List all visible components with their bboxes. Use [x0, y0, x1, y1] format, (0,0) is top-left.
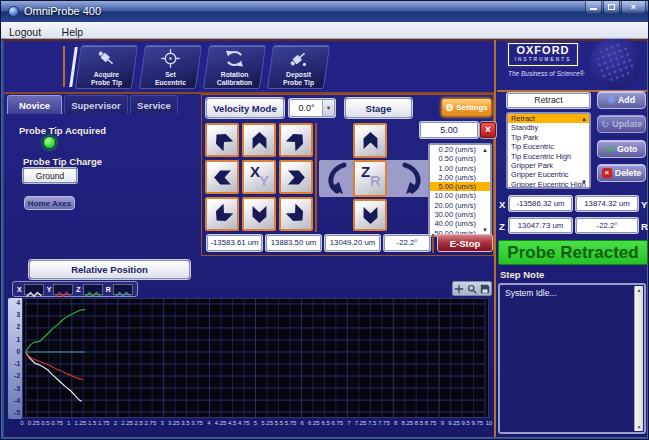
zr-center-button[interactable]: ZR	[353, 160, 387, 197]
speed-option[interactable]: 40.00 (um/s)	[430, 219, 490, 228]
axis-toggle-z[interactable]: Z	[76, 284, 102, 295]
jog-se-button[interactable]	[279, 197, 313, 231]
globe-logo	[590, 37, 642, 89]
rotation-icon	[224, 48, 245, 69]
jog-nw-button[interactable]	[205, 123, 239, 157]
menu-help[interactable]: Help	[54, 24, 92, 40]
acquire-probe-tip-button[interactable]: AcquireProbe Tip	[75, 45, 138, 89]
jog-n-button[interactable]	[242, 123, 276, 157]
probe-tip-charge-select[interactable]: Ground	[23, 168, 77, 183]
probe-tip-acquired-label: Probe Tip Acquired	[19, 125, 106, 136]
speed-option[interactable]: 10.00 (um/s)	[430, 191, 490, 200]
update-button[interactable]: ↻Update	[597, 115, 646, 133]
rotate-ccw-button[interactable]	[322, 163, 350, 194]
chart-toolbar	[452, 281, 492, 296]
relative-position-tab[interactable]: Relative Position	[29, 260, 190, 279]
speed-option[interactable]: 1.00 (um/s)	[430, 164, 490, 173]
speed-option[interactable]: 30.00 (um/s)	[430, 210, 490, 219]
positions-list: RetractStandbyTip ParkTip EucentricTip E…	[506, 112, 591, 189]
axis-toggle-x[interactable]: X	[17, 284, 44, 295]
xy-center-button[interactable]: XY	[242, 160, 276, 194]
jog-arrow-icon	[212, 204, 233, 225]
minimize-icon	[590, 8, 597, 10]
position-option[interactable]: Tip Park	[508, 133, 589, 142]
scroll-up-icon[interactable]: ▲	[581, 116, 587, 122]
close-button[interactable]: ×	[621, 1, 646, 14]
add-button[interactable]: +Add	[597, 91, 646, 109]
menu-logout[interactable]: Logout	[1, 24, 49, 40]
y-tick-label: -1	[14, 360, 20, 367]
tab-service[interactable]: Service	[130, 95, 178, 114]
position-option[interactable]: Retract	[508, 114, 589, 123]
jog-arrow-icon	[212, 130, 233, 151]
speed-option[interactable]: 0.50 (um/s)	[430, 154, 490, 163]
z-coordinate-field: 13047.73 um	[509, 218, 572, 233]
axis-toggle-y[interactable]: Y	[47, 284, 74, 295]
chevron-down-icon[interactable]: ▼	[322, 100, 334, 116]
xy-y-label: Y	[259, 172, 269, 189]
scroll-up-icon[interactable]: ▲	[482, 147, 488, 153]
speed-option[interactable]: 5.00 (um/s)	[430, 182, 490, 191]
estop-button[interactable]: E-Stop	[437, 234, 493, 252]
scroll-down-icon[interactable]: ▼	[635, 424, 643, 430]
velocity-mode-button[interactable]: Velocity Mode	[206, 98, 284, 118]
angle-select[interactable]: 0.0° ▼	[289, 99, 335, 117]
r-axis-label: R	[641, 221, 648, 232]
jog-arrow-icon	[360, 205, 381, 226]
home-axes-button[interactable]: Home Axes	[24, 196, 75, 210]
tab-supervisor[interactable]: Supervisor	[64, 95, 128, 114]
chart-save-icon[interactable]	[480, 284, 490, 294]
rotate-cw-button[interactable]	[399, 163, 427, 194]
y-tick-label: -2	[14, 372, 20, 379]
x-coordinate-field: -13586.32 um	[509, 196, 572, 211]
stage-button[interactable]: Stage	[345, 98, 412, 118]
maximize-button[interactable]	[603, 1, 620, 14]
position-option[interactable]: Tip Eucentric High	[508, 152, 589, 161]
jog-w-button[interactable]	[205, 160, 239, 194]
scroll-down-icon[interactable]: ▼	[581, 179, 587, 185]
y-tick-label: -5	[14, 409, 20, 416]
jog-sw-button[interactable]	[205, 197, 239, 231]
position-option: Gripper Eucentric High	[508, 180, 589, 189]
y-tick-label: 3	[16, 311, 20, 318]
jog-z-up-button[interactable]	[353, 123, 387, 158]
chart-plot-area[interactable]	[22, 298, 489, 418]
speed-option[interactable]: 20.00 (um/s)	[430, 201, 490, 210]
menu-bar: Logout Help	[1, 22, 649, 39]
position-option: Gripper Park	[508, 161, 589, 170]
tab-novice[interactable]: Novice	[7, 95, 62, 114]
position-name-field[interactable]: Retract	[507, 93, 590, 108]
speed-option[interactable]: 2.00 (um/s)	[430, 173, 490, 182]
position-option[interactable]: Standby	[508, 123, 589, 132]
set-eucentric-button[interactable]: SetEucentric	[139, 45, 202, 89]
refresh-icon: ↻	[601, 119, 609, 130]
minimize-button[interactable]	[585, 1, 602, 14]
speed-option[interactable]: 0.20 (um/s)	[430, 145, 490, 154]
jog-s-button[interactable]	[242, 197, 276, 231]
step-note-area[interactable]: System Idle... ▲ ▼	[498, 283, 646, 434]
position-option[interactable]: Tip Eucentric	[508, 142, 589, 151]
jog-e-button[interactable]	[279, 160, 313, 194]
title-bar[interactable]: OmniProbe 400 ×	[1, 1, 649, 22]
chart-zoom-icon[interactable]	[467, 284, 477, 294]
rotate-ccw-icon	[322, 161, 350, 197]
jog-z-down-button[interactable]	[353, 199, 387, 231]
axis-toggle-r[interactable]: R	[106, 284, 133, 295]
rotation-calibration-button[interactable]: RotationCalibration	[203, 45, 266, 89]
scroll-up-icon[interactable]: ▲	[635, 287, 643, 293]
y-coordinate-field: 13874.32 um	[576, 196, 638, 211]
z-position-readout: 13049.20 um	[325, 235, 380, 251]
scroll-down-icon[interactable]: ▼	[482, 227, 488, 233]
speed-clear-button[interactable]: ×	[480, 122, 496, 138]
r-position-readout: -22.2°	[384, 235, 430, 251]
chart-pan-icon[interactable]	[454, 284, 464, 294]
scrollbar[interactable]: ▲ ▼	[634, 286, 643, 431]
deposit-probe-tip-button[interactable]: DepositProbe Tip	[267, 45, 330, 89]
jog-ne-button[interactable]	[279, 123, 313, 157]
goto-button[interactable]: ↪Goto	[597, 140, 646, 158]
settings-button[interactable]: ⚙Settings	[441, 98, 492, 117]
brand-panel: OXFORD INSTRUMENTS The Business of Scien…	[497, 40, 647, 90]
speed-input[interactable]: 5.00	[420, 122, 478, 138]
delete-x-icon: ×	[602, 168, 612, 178]
delete-button[interactable]: ×Delete	[597, 164, 646, 182]
